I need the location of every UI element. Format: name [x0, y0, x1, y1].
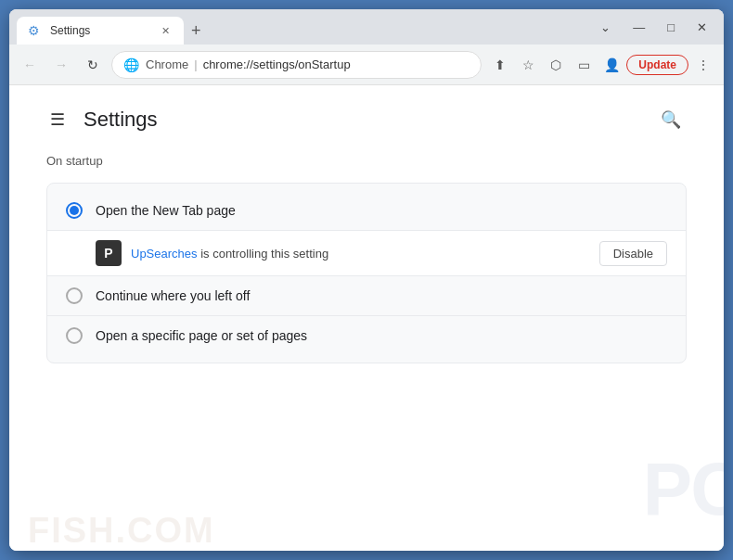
share-button[interactable]: ⬆	[487, 52, 513, 78]
extension-row: P UpSearches is controlling this setting…	[47, 230, 686, 276]
chrome-logo-icon: 🌐	[123, 57, 138, 72]
forward-button[interactable]: →	[48, 52, 74, 78]
radio-new-tab[interactable]	[66, 202, 83, 219]
option-continue[interactable]: Continue where you left off	[47, 276, 686, 315]
maximize-button[interactable]: □	[658, 17, 684, 38]
bookmark-button[interactable]: ☆	[515, 52, 541, 78]
profile-button[interactable]: 👤	[598, 52, 624, 78]
refresh-button[interactable]: ↻	[80, 52, 106, 78]
extension-text: UpSearches is controlling this setting	[131, 247, 590, 261]
window-controls: ⌄ — □ ✕	[591, 17, 716, 38]
tab-close-button[interactable]: ✕	[158, 23, 173, 38]
tab-area: ⚙ Settings ✕ +	[17, 9, 585, 45]
toolbar-actions: ⬆ ☆ ⬡ ▭ 👤 Update ⋮	[487, 52, 716, 78]
address-bar[interactable]: 🌐 Chrome | chrome://settings/onStartup	[111, 51, 482, 79]
settings-page: PC FISH.COM ☰ Settings 🔍 On startup Open…	[9, 85, 724, 551]
radio-continue[interactable]	[66, 287, 83, 304]
extensions-button[interactable]: ⬡	[543, 52, 569, 78]
option-continue-label: Continue where you left off	[96, 288, 250, 303]
watermark-pc: PC	[643, 447, 724, 532]
hamburger-button[interactable]: ☰	[46, 106, 69, 134]
title-bar: ⚙ Settings ✕ + ⌄ — □ ✕	[9, 9, 724, 45]
settings-header: ☰ Settings 🔍	[46, 104, 687, 135]
radio-inner-new-tab	[70, 206, 79, 215]
option-new-tab-label: Open the New Tab page	[96, 203, 236, 218]
extension-suffix: is controlling this setting	[198, 247, 329, 261]
tab-title: Settings	[50, 24, 90, 37]
toolbar: ← → ↻ 🌐 Chrome | chrome://settings/onSta…	[9, 45, 724, 85]
browser-name: Chrome	[146, 57, 188, 71]
active-tab[interactable]: ⚙ Settings ✕	[17, 17, 184, 45]
option-new-tab[interactable]: Open the New Tab page	[47, 191, 686, 230]
update-button[interactable]: Update	[626, 55, 688, 75]
section-label: On startup	[46, 154, 687, 168]
back-button[interactable]: ←	[17, 52, 43, 78]
new-tab-button[interactable]: +	[184, 18, 209, 45]
option-specific-page[interactable]: Open a specific page or set of pages	[47, 316, 686, 355]
startup-options-card: Open the New Tab page P UpSearches is co…	[46, 183, 687, 363]
sidebar-button[interactable]: ▭	[571, 52, 597, 78]
tab-favicon-icon: ⚙	[28, 23, 43, 38]
disable-button[interactable]: Disable	[599, 241, 667, 266]
address-path: chrome://settings/onStartup	[203, 57, 351, 71]
close-button[interactable]: ✕	[688, 17, 716, 38]
dropdown-button[interactable]: ⌄	[591, 17, 620, 38]
option-specific-page-label: Open a specific page or set of pages	[96, 328, 307, 343]
search-button[interactable]: 🔍	[655, 104, 687, 135]
extension-name: UpSearches	[131, 247, 198, 261]
settings-content: PC FISH.COM ☰ Settings 🔍 On startup Open…	[9, 85, 724, 551]
menu-button[interactable]: ⋮	[690, 52, 716, 78]
watermark-fish: FISH.COM	[28, 511, 215, 551]
minimize-button[interactable]: —	[624, 17, 654, 38]
address-divider: |	[194, 57, 197, 71]
update-label: Update	[638, 58, 676, 71]
page-title: Settings	[84, 108, 158, 132]
extension-icon: P	[96, 240, 122, 266]
browser-window: ⚙ Settings ✕ + ⌄ — □ ✕ ← → ↻ 🌐 Chrome | …	[9, 9, 724, 551]
radio-specific-page[interactable]	[66, 327, 83, 344]
address-text: Chrome | chrome://settings/onStartup	[146, 57, 351, 71]
